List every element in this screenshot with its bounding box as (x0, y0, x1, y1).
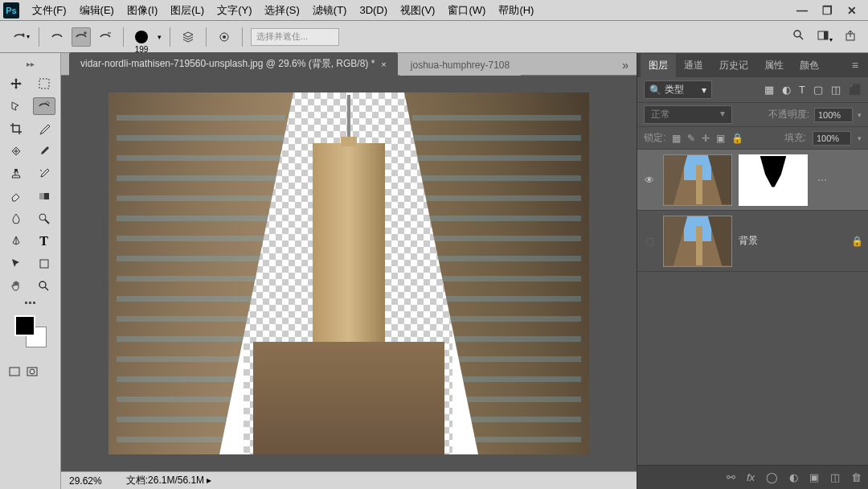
layer-name-label[interactable]: 背景 (739, 234, 845, 248)
new-layer-icon[interactable]: ◫ (830, 471, 840, 483)
quick-mask-icon[interactable] (26, 365, 39, 380)
menu-type[interactable]: 文字(Y) (211, 0, 258, 21)
window-close-icon[interactable]: ✕ (847, 4, 857, 17)
panels: 图层 通道 历史记 属性 颜色 ≡ 🔍类型▾ ▦ ◐ T ▢ ◫ ⬛ 正常 ▾ … (637, 53, 868, 489)
eyedropper-tool[interactable] (33, 120, 55, 138)
window-maximize-icon[interactable]: ❐ (822, 4, 833, 17)
filter-type-icon[interactable]: T (799, 84, 805, 96)
zoom-level[interactable]: 29.62% (69, 475, 102, 487)
workspace-icon[interactable]: ▾ (817, 29, 833, 44)
menu-edit[interactable]: 编辑(E) (73, 0, 121, 21)
share-icon[interactable] (844, 29, 857, 44)
layer-visibility-icon[interactable]: ▢ (642, 236, 657, 247)
screen-mode-icon[interactable] (8, 365, 21, 380)
tool-preset-icon[interactable]: ▾ (11, 27, 31, 47)
layer-fx-icon[interactable]: fx (747, 471, 755, 483)
brush-preview[interactable]: 199 (132, 27, 151, 47)
panel-tab-color[interactable]: 颜色 (792, 54, 827, 77)
opacity-input[interactable] (814, 108, 853, 122)
menu-3d[interactable]: 3D(D) (353, 1, 394, 19)
quick-selection-tool[interactable] (33, 97, 55, 115)
menu-help[interactable]: 帮助(H) (492, 0, 540, 21)
blur-tool[interactable] (5, 210, 27, 228)
select-and-mask-button[interactable]: 选择并遮住... (251, 28, 339, 46)
panel-tab-properties[interactable]: 属性 (756, 54, 792, 77)
shape-tool[interactable] (33, 255, 55, 273)
sample-layers-icon[interactable] (178, 27, 198, 47)
layer-row-1[interactable]: ▢ 背景 🔒 (637, 211, 868, 272)
panel-tab-history[interactable]: 历史记 (711, 54, 756, 77)
layer-thumbnail[interactable] (663, 154, 732, 206)
marquee-tool[interactable] (33, 75, 55, 92)
zoom-tool[interactable] (33, 277, 55, 295)
layer-options-icon[interactable]: ⋯ (814, 171, 830, 189)
lock-artboard-icon[interactable]: ▣ (716, 133, 725, 144)
layer-thumbnail[interactable] (663, 216, 732, 267)
status-bar: 29.62% 文档:26.1M/56.1M ▸ (61, 471, 637, 489)
history-brush-tool[interactable] (33, 165, 55, 183)
canvas-viewport[interactable] (61, 76, 637, 471)
panel-tab-layers[interactable]: 图层 (641, 54, 676, 77)
lock-pixels-icon[interactable]: ▦ (672, 133, 681, 144)
new-group-icon[interactable]: ▣ (809, 471, 819, 483)
hand-tool[interactable] (5, 277, 27, 295)
fill-input[interactable] (813, 131, 851, 146)
panel-menu-icon[interactable]: ≡ (845, 55, 865, 75)
menu-file[interactable]: 文件(F) (26, 0, 73, 21)
link-layers-icon[interactable]: ⚯ (727, 471, 735, 483)
filter-type-select[interactable]: 🔍类型▾ (644, 80, 712, 99)
type-tool[interactable]: T (33, 232, 55, 250)
filter-shape-icon[interactable]: ▢ (813, 84, 823, 96)
clone-stamp-tool[interactable] (5, 165, 27, 183)
search-icon[interactable] (792, 29, 805, 44)
menu-layer[interactable]: 图层(L) (164, 0, 211, 21)
foreground-color[interactable] (14, 315, 35, 336)
new-selection-icon[interactable] (47, 27, 67, 47)
doc-info[interactable]: 文档:26.1M/56.1M ▸ (126, 474, 212, 487)
color-swatches[interactable] (14, 315, 47, 347)
panel-tabs: 图层 通道 历史记 属性 颜色 ≡ (637, 53, 868, 77)
gradient-tool[interactable] (33, 187, 55, 205)
lock-position-icon[interactable]: ✎ (687, 133, 695, 144)
layer-visibility-icon[interactable]: 👁 (642, 175, 657, 186)
panel-tab-channels[interactable]: 通道 (676, 54, 711, 77)
adjustment-layer-icon[interactable]: ◐ (789, 471, 798, 483)
svg-point-0 (22, 33, 24, 35)
layer-mask-thumbnail[interactable] (739, 154, 808, 206)
add-mask-icon[interactable]: ◯ (766, 471, 778, 483)
menu-window[interactable]: 窗口(W) (441, 0, 492, 21)
tab-inactive[interactable]: joshua-humphrey-7108 (399, 55, 521, 76)
tab-close-icon[interactable]: × (381, 60, 386, 69)
tabs-overflow-icon[interactable]: » (614, 55, 637, 75)
subtract-selection-icon[interactable] (96, 27, 115, 47)
filter-pixel-icon[interactable]: ▦ (764, 84, 774, 96)
menu-filter[interactable]: 滤镜(T) (306, 0, 354, 21)
move-tool[interactable] (5, 75, 27, 92)
lock-image-icon[interactable]: ✛ (702, 133, 710, 144)
lock-all-icon[interactable]: 🔒 (731, 133, 743, 144)
lasso-tool[interactable] (5, 97, 27, 115)
window-minimize-icon[interactable]: — (796, 4, 808, 17)
filter-toggle-icon[interactable]: ⬛ (849, 84, 862, 96)
pen-tool[interactable] (5, 232, 27, 250)
path-selection-tool[interactable] (5, 255, 27, 273)
delete-layer-icon[interactable]: 🗑 (851, 471, 862, 483)
lock-label: 锁定: (644, 131, 665, 145)
menu-select[interactable]: 选择(S) (258, 0, 305, 21)
menu-view[interactable]: 视图(V) (394, 0, 441, 21)
add-selection-icon[interactable] (72, 27, 91, 47)
brush-tool[interactable] (33, 142, 55, 160)
svg-rect-5 (824, 31, 828, 39)
enhance-edge-icon[interactable] (215, 27, 234, 47)
filter-adjustment-icon[interactable]: ◐ (782, 84, 791, 96)
eraser-tool[interactable] (5, 187, 27, 205)
menu-image[interactable]: 图像(I) (121, 0, 164, 21)
tab-active[interactable]: vidar-nordli-mathisen-719560-unsplash.jp… (69, 52, 398, 76)
dodge-tool[interactable] (33, 210, 55, 228)
crop-tool[interactable] (5, 120, 27, 138)
filter-smart-icon[interactable]: ◫ (831, 84, 841, 96)
layer-row-0[interactable]: 👁 ⋯ (637, 150, 868, 211)
blend-mode-select[interactable]: 正常 ▾ (644, 105, 732, 124)
healing-brush-tool[interactable] (5, 142, 27, 160)
toolbox-collapse-icon[interactable]: ▸▸ (5, 60, 55, 68)
